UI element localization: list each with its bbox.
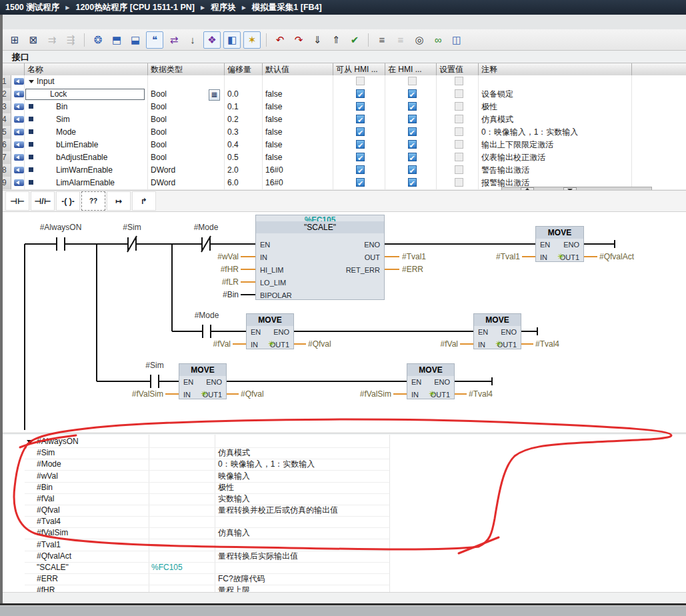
hmi-visible-checkbox[interactable] <box>408 102 417 111</box>
table-row[interactable]: 5 Mode Bool 0.3 false 0：映像输入，1：实数输入 <box>0 126 686 139</box>
operand-err[interactable]: #ERR <box>402 265 423 274</box>
detail-row[interactable]: #wVal映像输入 <box>25 471 389 483</box>
hmi-accessible-checkbox[interactable] <box>356 127 365 136</box>
setpoint-checkbox[interactable] <box>455 77 463 85</box>
operand-qfvalact[interactable]: #QfvalAct <box>599 252 634 261</box>
test-snapshot-icon[interactable]: ∞ <box>430 32 446 48</box>
hmi-accessible-checkbox[interactable] <box>356 115 365 123</box>
setpoint-checkbox[interactable] <box>455 89 463 98</box>
operand-flr[interactable]: #fLR <box>205 277 239 287</box>
upload-icon[interactable]: ⇑ <box>328 32 344 48</box>
detail-row[interactable]: #QfvalAct量程转换后实际输出值 <box>25 551 389 563</box>
table-row[interactable]: 4 Sim Bool 0.2 false 仿真模式 <box>0 113 686 127</box>
contact-no-button[interactable]: ⊣⊢ <box>5 191 29 211</box>
table-row[interactable]: 6 bLimEnable Bool 0.4 false 输出上下限限定激活 <box>0 139 686 152</box>
operand-tval1-in[interactable]: #Tval1 <box>487 252 520 261</box>
hmi-accessible-checkbox[interactable] <box>356 165 365 174</box>
breadcrumb-item-project[interactable]: 1500 测试程序 <box>5 2 59 13</box>
operand-fhr[interactable]: #fHR <box>205 265 239 274</box>
network-comments-toggle-icon[interactable]: ❝ <box>146 31 163 49</box>
operand-qfval[interactable]: #Qfval <box>308 339 331 349</box>
setpoint-checkbox[interactable] <box>455 127 463 136</box>
hmi-visible-checkbox[interactable] <box>408 153 417 161</box>
delete-network-icon[interactable]: ⊠ <box>25 32 41 48</box>
table-row[interactable]: 1 Input <box>0 75 686 89</box>
operand-visibility-icon[interactable]: ↓ <box>185 32 201 48</box>
operand-fvalsim[interactable]: #fValSim <box>351 389 391 399</box>
renumber-icon[interactable]: ⇉ <box>44 32 60 48</box>
operand-fval[interactable]: #fVal <box>425 339 458 349</box>
hmi-visible-checkbox[interactable] <box>408 115 417 123</box>
breadcrumb-item-program-blocks[interactable]: 程序块 <box>211 2 236 13</box>
name-edit-field[interactable]: Lock <box>25 89 145 100</box>
hmi-accessible-checkbox[interactable] <box>356 140 365 149</box>
operand-tval1-out[interactable]: #Tval1 <box>402 252 426 261</box>
close-branch-button[interactable]: ↱ <box>132 191 156 211</box>
expand-networks-icon[interactable]: ⬒ <box>109 32 125 48</box>
detail-row[interactable]: #ERRFC?故障代码 <box>25 573 389 585</box>
detail-row[interactable]: #fVal实数输入 <box>25 493 389 505</box>
detail-row[interactable]: #Sim仿真模式 <box>25 447 389 459</box>
hmi-visible-checkbox[interactable] <box>408 165 417 174</box>
hmi-accessible-checkbox[interactable] <box>356 153 365 161</box>
setpoint-checkbox[interactable] <box>455 115 463 123</box>
contact-mode-no[interactable]: #Mode <box>192 311 221 320</box>
pane-divider[interactable] <box>0 433 686 433</box>
expand-triangle-icon[interactable] <box>29 80 34 83</box>
contact-sim-nc[interactable]: #Sim <box>119 223 145 232</box>
datatype-picker-button[interactable]: ▦ <box>209 89 220 101</box>
table-row-selected[interactable]: 2 Lock Bool ▦ 0.0 false 设备锁定 <box>0 88 686 101</box>
setpoint-checkbox[interactable] <box>455 153 463 161</box>
contact-nc-button[interactable]: ⊣/⊢ <box>31 191 55 211</box>
scale-block[interactable]: %FC105 "SCALE" EN ENO IN OUT HI_LIM RET_… <box>255 215 385 300</box>
monitor-on-icon[interactable]: ≡ <box>374 32 390 48</box>
hmi-accessible-checkbox[interactable] <box>356 77 365 85</box>
collapse-triangle-icon[interactable] <box>27 440 33 444</box>
operand-fvalsim[interactable]: #fValSim <box>123 389 163 399</box>
table-row[interactable]: 8 LimWarnEnable DWord 2.0 16#0 警告输出激活 <box>0 164 686 177</box>
split-editor-icon[interactable]: ◫ <box>449 32 465 48</box>
hmi-visible-checkbox[interactable] <box>408 77 417 85</box>
operand-fval[interactable]: #fVal <box>197 339 231 349</box>
setpoint-checkbox[interactable] <box>455 102 463 111</box>
operand-wval[interactable]: #wVal <box>205 252 239 261</box>
hmi-accessible-checkbox[interactable] <box>356 178 365 187</box>
hmi-accessible-checkbox[interactable] <box>356 89 365 98</box>
hmi-accessible-checkbox[interactable] <box>356 102 365 111</box>
detail-row[interactable]: #Tval1 <box>25 539 389 551</box>
status-lines-icon[interactable]: ◧ <box>223 31 241 49</box>
free-comments-icon[interactable]: ❖ <box>203 31 221 49</box>
absolute-symbolic-operands-icon[interactable]: ⇄ <box>166 32 182 48</box>
hmi-visible-checkbox[interactable] <box>408 178 417 187</box>
undo-icon[interactable]: ↶ <box>272 32 288 48</box>
detail-row[interactable]: #fHR量程上限 <box>25 585 389 592</box>
call-structure-icon[interactable]: ◎ <box>411 32 427 48</box>
detail-row[interactable]: #Bin极性 <box>25 482 389 494</box>
contact-mode-nc[interactable]: #Mode <box>191 223 221 232</box>
contact-alwayson[interactable]: #AlwaysON <box>37 223 84 232</box>
hmi-visible-checkbox[interactable] <box>408 127 417 136</box>
redo-icon[interactable]: ↷ <box>291 32 307 48</box>
breadcrumb-item-block[interactable]: 模拟量采集1 [FB4] <box>252 2 322 13</box>
breadcrumb-item-plc[interactable]: 1200热站程序 [CPU 1511-1 PN] <box>75 2 195 13</box>
collapse-networks-icon[interactable]: ⬓ <box>127 32 143 48</box>
monitor-off-icon[interactable]: ≡ <box>393 32 409 48</box>
detail-row[interactable]: #Mode0：映像输入，1：实数输入 <box>25 459 389 471</box>
table-row[interactable]: 7 bAdjustEnable Bool 0.5 false 仪表输出校正激活 <box>0 151 686 165</box>
operand-qfval[interactable]: #Qfval <box>241 389 264 399</box>
hmi-visible-checkbox[interactable] <box>408 140 417 149</box>
detail-row[interactable]: #Tval4 <box>25 516 389 528</box>
operand-bin[interactable]: #Bin <box>205 290 239 299</box>
detail-row[interactable]: #Qfval量程转换并校正后或仿真的输出值 <box>25 505 389 517</box>
insert-network-icon[interactable]: ⊞ <box>7 32 23 48</box>
reformat-icon[interactable]: ⇶ <box>63 32 79 48</box>
detail-row[interactable]: #fValSim仿真输入 <box>25 527 389 539</box>
open-branch-button[interactable]: ↦ <box>107 191 131 211</box>
consistency-check-icon[interactable]: ✔ <box>347 32 363 48</box>
setpoint-checkbox[interactable] <box>455 165 463 174</box>
setpoint-checkbox[interactable] <box>455 140 463 149</box>
download-icon[interactable]: ⇓ <box>309 32 325 48</box>
compile-icon[interactable]: ❂ <box>90 32 106 48</box>
operand-tval4[interactable]: #Tval4 <box>535 339 559 349</box>
hmi-visible-checkbox[interactable] <box>408 89 417 98</box>
